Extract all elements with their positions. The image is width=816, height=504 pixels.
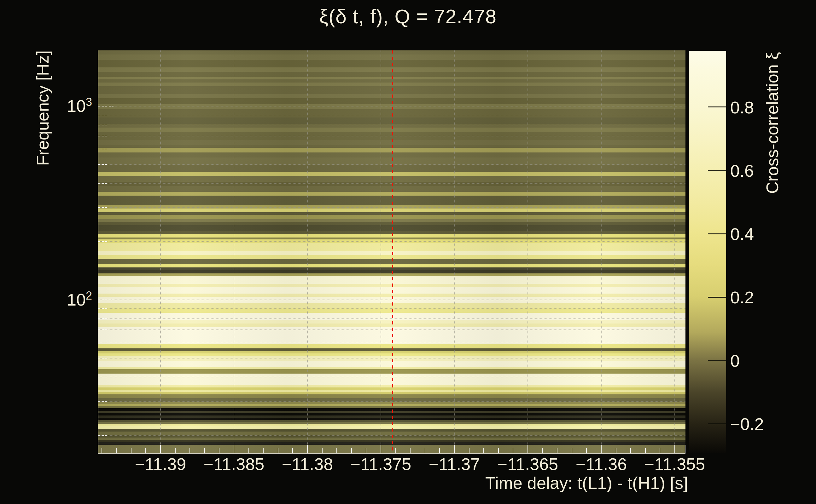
x-minor-tick-mark [249, 448, 249, 453]
horizontal-gridline [98, 329, 686, 330]
horizontal-gridline [98, 125, 686, 125]
vertical-gridline [675, 50, 675, 454]
x-tick-label: −11.38 [270, 454, 345, 474]
x-minor-tick-mark [351, 448, 352, 453]
horizontal-gridline [98, 308, 686, 309]
x-minor-tick-mark [425, 448, 425, 453]
vertical-gridline [601, 50, 601, 454]
time-delay-marker-line [392, 50, 393, 454]
y-tick-mark [98, 149, 109, 149]
x-minor-tick-mark [498, 448, 499, 453]
x-minor-tick-mark [145, 448, 146, 453]
horizontal-gridline [98, 318, 686, 319]
colorbar-tick-mark [708, 297, 726, 298]
colorbar-tick-mark [708, 423, 726, 424]
y-tick-mark [98, 300, 113, 300]
x-minor-tick-mark [542, 448, 543, 453]
x-minor-tick-mark [395, 448, 396, 453]
x-major-tick-mark [527, 445, 528, 453]
x-minor-tick-mark [557, 448, 557, 453]
horizontal-gridline [98, 435, 686, 436]
x-minor-tick-mark [189, 448, 190, 453]
x-minor-tick-mark [336, 448, 337, 453]
x-minor-tick-mark [439, 448, 440, 453]
y-tick-mark [98, 329, 109, 330]
y-tick-mark [98, 136, 109, 136]
y-tick-mark [98, 308, 109, 309]
y-tick-mark [98, 358, 109, 358]
x-minor-tick-mark [322, 448, 323, 453]
x-minor-tick-mark [513, 448, 513, 453]
x-minor-tick-mark [278, 448, 279, 453]
x-minor-tick-mark [630, 448, 631, 453]
x-major-tick-mark [234, 445, 234, 453]
horizontal-gridline [98, 377, 686, 377]
y-tick-mark [98, 164, 109, 165]
y-tick-label: 102 [19, 289, 92, 309]
x-tick-label: −11.37 [417, 454, 492, 474]
y-tick-mark [98, 106, 113, 106]
x-minor-tick-mark [131, 448, 131, 453]
y-axis-title: Frequency [Hz] [33, 50, 52, 252]
colorbar-title: Cross-correlation ξ [762, 52, 781, 254]
x-minor-tick-mark [572, 448, 572, 453]
chart-title: ξ(δ t, f), Q = 72.478 [0, 5, 816, 28]
x-tick-label: −11.385 [196, 454, 272, 474]
y-tick-mark [98, 125, 109, 125]
horizontal-gridline [98, 207, 686, 208]
vertical-gridline [307, 50, 308, 454]
x-minor-tick-mark [660, 448, 660, 453]
x-minor-tick-mark [175, 448, 175, 453]
colorbar-tick-mark [708, 233, 726, 234]
y-tick-mark [98, 183, 109, 184]
x-minor-tick-mark [483, 448, 484, 453]
y-tick-mark [98, 318, 109, 319]
horizontal-gridline [98, 241, 686, 242]
horizontal-gridline [98, 164, 686, 165]
colorbar-tick-label: 0.2 [730, 288, 812, 306]
x-minor-tick-mark [366, 448, 366, 453]
x-minor-tick-mark [469, 448, 469, 453]
x-minor-tick-mark [219, 448, 220, 453]
heatmap-texture-overlay [98, 50, 686, 454]
x-minor-tick-mark [263, 448, 264, 453]
horizontal-gridline [98, 183, 686, 184]
y-tick-mark [98, 241, 109, 242]
horizontal-gridline [98, 401, 686, 402]
horizontal-gridline [98, 115, 686, 115]
vertical-gridline [234, 50, 234, 454]
x-major-tick-mark [307, 445, 308, 453]
y-tick-mark [98, 343, 109, 343]
y-tick-mark [98, 435, 109, 436]
y-tick-mark [98, 377, 109, 377]
x-minor-tick-mark [204, 448, 205, 453]
x-major-tick-mark [601, 445, 601, 453]
axis-right-end-tick [685, 445, 686, 453]
x-tick-label: −11.365 [490, 454, 566, 474]
x-tick-label: −11.375 [343, 454, 419, 474]
horizontal-gridline [98, 300, 686, 300]
colorbar-tick-mark [708, 106, 726, 107]
vertical-gridline [381, 50, 381, 454]
x-minor-tick-mark [586, 448, 587, 453]
x-tick-label: −11.36 [563, 454, 639, 474]
x-minor-tick-mark [101, 448, 102, 453]
colorbar-tick-mark [708, 360, 726, 361]
y-tick-mark [98, 401, 109, 402]
vertical-gridline [454, 50, 455, 454]
horizontal-gridline [98, 136, 686, 136]
x-minor-tick-mark [116, 448, 117, 453]
y-tick-mark [98, 115, 109, 115]
x-tick-label: −11.355 [637, 454, 713, 474]
x-minor-tick-mark [645, 448, 646, 453]
x-tick-label: −11.39 [123, 454, 198, 474]
horizontal-gridline [98, 106, 686, 106]
colorbar-tick-label: −0.2 [730, 414, 812, 433]
colorbar [689, 51, 726, 453]
x-minor-tick-mark [616, 448, 617, 453]
axis-frame-bottom [98, 453, 686, 454]
x-major-tick-mark [160, 445, 161, 453]
x-minor-tick-mark [410, 448, 411, 453]
x-major-tick-mark [454, 445, 455, 453]
x-major-tick-mark [675, 445, 675, 453]
